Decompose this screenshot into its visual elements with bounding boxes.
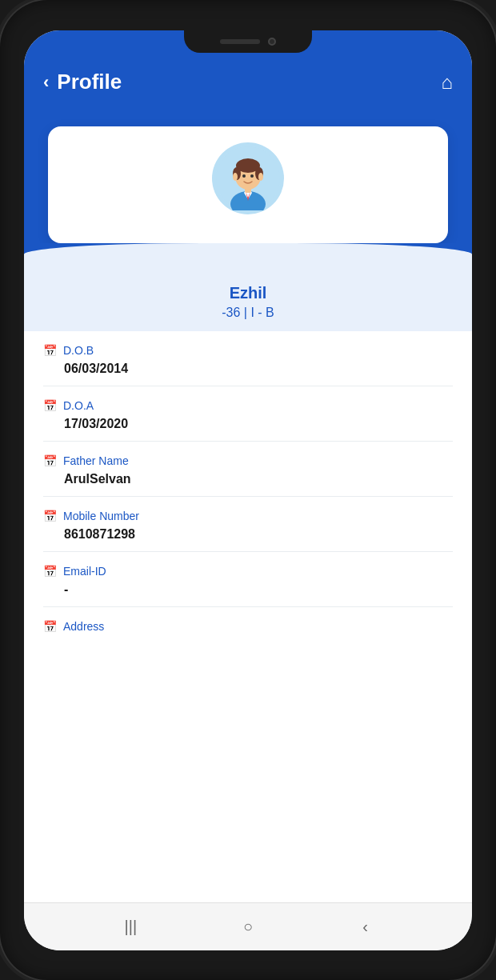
profile-card bbox=[48, 126, 448, 243]
father-name-field: 📅 Father Name ArulSelvan bbox=[43, 442, 453, 497]
phone-frame: ‹ Profile ⌂ bbox=[0, 0, 496, 980]
svg-point-10 bbox=[250, 174, 254, 178]
calendar-icon-address: 📅 bbox=[43, 620, 57, 633]
doa-value: 17/03/2020 bbox=[43, 417, 453, 431]
calendar-icon-dob: 📅 bbox=[43, 344, 57, 357]
bottom-nav: ||| ○ ‹ bbox=[24, 902, 472, 950]
father-name-value: ArulSelvan bbox=[43, 472, 453, 486]
camera bbox=[268, 38, 276, 46]
mobile-label: Mobile Number bbox=[63, 510, 139, 522]
user-subtitle: -36 | I - B bbox=[40, 306, 456, 320]
info-list: 📅 D.O.B 06/03/2014 📅 D.O.A 17/03/2020 📅 … bbox=[24, 331, 472, 902]
svg-point-12 bbox=[258, 173, 263, 181]
calendar-icon-doa: 📅 bbox=[43, 399, 57, 412]
notch bbox=[184, 30, 312, 53]
address-field: 📅 Address bbox=[43, 607, 453, 647]
email-label: Email-ID bbox=[63, 565, 106, 578]
dob-field: 📅 D.O.B 06/03/2014 bbox=[43, 331, 453, 386]
doa-label: D.O.A bbox=[63, 399, 94, 412]
dob-label: D.O.B bbox=[63, 344, 94, 357]
header-left: ‹ Profile bbox=[43, 70, 122, 94]
address-label: Address bbox=[63, 620, 104, 633]
user-name: Ezhil bbox=[40, 284, 456, 302]
svg-point-11 bbox=[233, 173, 238, 181]
page-title: Profile bbox=[57, 70, 122, 94]
calendar-icon-father: 📅 bbox=[43, 454, 57, 467]
back-button[interactable]: ‹ bbox=[43, 72, 49, 93]
father-name-label: Father Name bbox=[63, 454, 129, 467]
doa-field: 📅 D.O.A 17/03/2020 bbox=[43, 386, 453, 442]
nav-home-button[interactable]: ○ bbox=[232, 910, 264, 942]
nav-back-button[interactable]: ‹ bbox=[350, 910, 382, 942]
home-icon[interactable]: ⌂ bbox=[442, 71, 454, 94]
calendar-icon-mobile: 📅 bbox=[43, 510, 57, 522]
dob-value: 06/03/2014 bbox=[43, 362, 453, 376]
phone-screen: ‹ Profile ⌂ bbox=[24, 30, 472, 950]
email-value: - bbox=[43, 582, 453, 597]
curve-transition bbox=[24, 243, 472, 271]
mobile-value: 8610871298 bbox=[43, 527, 453, 542]
svg-point-9 bbox=[242, 174, 246, 178]
name-section: Ezhil -36 | I - B bbox=[24, 271, 472, 331]
mobile-field: 📅 Mobile Number 8610871298 bbox=[43, 497, 453, 552]
avatar bbox=[212, 142, 284, 214]
speaker bbox=[220, 39, 260, 44]
avatar-svg bbox=[216, 146, 280, 210]
nav-menu-button[interactable]: ||| bbox=[114, 910, 146, 942]
calendar-icon-email: 📅 bbox=[43, 565, 57, 578]
email-field: 📅 Email-ID - bbox=[43, 552, 453, 607]
profile-card-wrapper bbox=[24, 118, 472, 243]
